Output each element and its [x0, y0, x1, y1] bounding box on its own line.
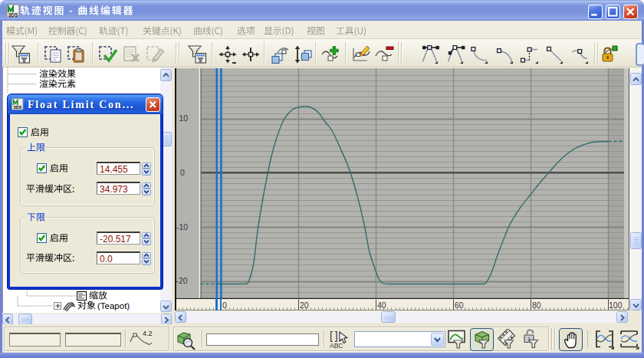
svg-text:3DS: 3DS: [13, 105, 21, 110]
svg-text:3DS: 3DS: [8, 12, 18, 18]
svg-text:4.2: 4.2: [143, 330, 153, 337]
svg-text:[ ]: [ ]: [330, 330, 338, 342]
svg-text:ABC: ABC: [330, 342, 343, 350]
